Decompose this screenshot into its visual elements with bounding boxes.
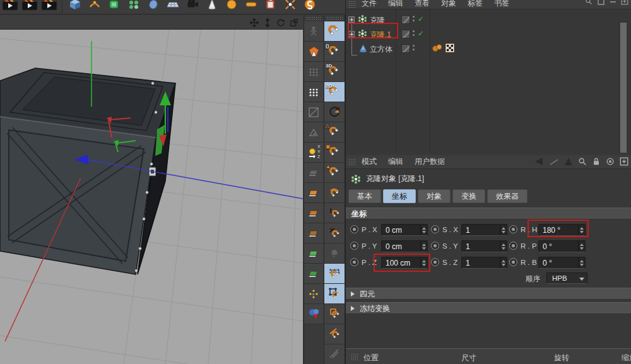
visibility-dots[interactable]	[413, 45, 415, 52]
spinner-py[interactable]	[420, 241, 427, 252]
axis-lock-button[interactable]: x	[304, 284, 323, 304]
shaded-workplane-button[interactable]	[304, 203, 323, 223]
input-py[interactable]: 0 cm	[381, 240, 428, 252]
input-rh[interactable]: 180 °	[538, 224, 586, 236]
menu-objects[interactable]: 对象	[441, 0, 456, 9]
history-forward-icon[interactable]	[564, 157, 573, 166]
floor-object-button[interactable]	[241, 0, 261, 15]
visibility-dots[interactable]	[413, 30, 415, 38]
object-row-cloner[interactable]: 克隆 ✓	[346, 13, 631, 26]
om-addpanel-icon[interactable]	[621, 0, 628, 5]
input-px[interactable]: 0 cm	[381, 224, 428, 236]
input-sx[interactable]: 1	[461, 224, 507, 236]
layer-chip[interactable]	[401, 30, 410, 38]
om-minimize-icon[interactable]	[609, 0, 616, 5]
workplane-bridge-button[interactable]	[304, 223, 323, 244]
snap-2d-button[interactable]: 2D	[324, 82, 345, 102]
plane-y-button[interactable]	[304, 264, 323, 284]
model-mode-button[interactable]	[304, 62, 323, 82]
plane-x-button[interactable]	[304, 244, 323, 264]
workplane-mode-button[interactable]	[304, 163, 323, 183]
menu-user-data[interactable]: 用户数据	[415, 156, 445, 167]
point-mode-button[interactable]	[304, 82, 323, 102]
tab-transform[interactable]: 变换	[452, 189, 485, 203]
cube-primitive-button[interactable]	[65, 0, 85, 15]
enabled-checkmark[interactable]: ✓	[418, 29, 424, 38]
viewport-pan-icon[interactable]	[249, 17, 259, 28]
spinner-rp[interactable]	[578, 241, 585, 252]
viewport-zoom-icon[interactable]	[262, 17, 273, 28]
keyframe-dot-sy[interactable]	[431, 242, 439, 250]
input-sz[interactable]: 1	[461, 257, 507, 269]
spline-pen-button[interactable]	[85, 0, 104, 15]
edge-mode-button[interactable]	[304, 102, 323, 122]
keyframe-dot-rp[interactable]	[509, 242, 517, 250]
tab-basic[interactable]: 基本	[348, 189, 381, 203]
spinner-sx[interactable]	[500, 225, 507, 235]
particle-emitter-button[interactable]	[280, 0, 300, 15]
tab-coordinates[interactable]: 坐标	[383, 189, 416, 203]
spinner-px[interactable]	[420, 225, 427, 235]
xpresso-button[interactable]	[300, 0, 319, 15]
make-editable-button[interactable]	[304, 42, 323, 62]
am-addpanel-icon[interactable]	[620, 157, 628, 166]
lock-icon[interactable]	[592, 157, 601, 166]
axis-snap-button[interactable]	[324, 203, 345, 223]
viewport-rotate-icon[interactable]	[275, 17, 286, 28]
keyframe-dot-pz[interactable]	[350, 258, 358, 266]
object-label-selected[interactable]: 克隆.1	[370, 30, 391, 40]
input-rp[interactable]: 0 °	[538, 240, 586, 252]
om-scrollbar[interactable]	[619, 21, 628, 153]
object-row-cloner-1[interactable]: 克隆.1 ✓	[346, 27, 631, 41]
quantize-rotate-button[interactable]	[324, 102, 345, 122]
guide-line-snap-button[interactable]	[324, 324, 345, 344]
palette-grip[interactable]	[326, 16, 343, 21]
menu-bookmarks[interactable]: 书签	[494, 0, 509, 9]
keyframe-dot-py[interactable]	[350, 242, 358, 250]
polygon-mode-button[interactable]	[304, 122, 323, 143]
subdivision-surface-button[interactable]	[104, 0, 124, 15]
keyframe-dot-sz[interactable]	[431, 258, 439, 266]
keyframe-dot-rh[interactable]	[509, 225, 517, 233]
rotation-order-dropdown[interactable]: HPB	[546, 273, 587, 284]
spinner-sy[interactable]	[500, 241, 507, 252]
layer-chip[interactable]	[401, 15, 410, 24]
menubar-grip[interactable]	[348, 158, 357, 166]
enabled-checkmark[interactable]: ✓	[418, 15, 424, 23]
am-search-icon[interactable]	[578, 157, 587, 166]
spinner-sz[interactable]	[500, 257, 507, 268]
menu-edit[interactable]: 编辑	[388, 0, 403, 9]
spinner-pz[interactable]	[420, 257, 427, 268]
simulation-drop-button[interactable]	[304, 304, 323, 324]
workplane-snap-button[interactable]	[324, 264, 345, 284]
menu-am-edit[interactable]: 编辑	[388, 156, 403, 167]
light-button[interactable]	[202, 0, 221, 15]
dynamic-guide-snap-button[interactable]	[324, 284, 345, 304]
visibility-dots[interactable]	[413, 16, 415, 23]
edge-snap-button[interactable]: ▣	[324, 143, 345, 163]
viewport-layout-toggle-icon[interactable]	[288, 17, 299, 28]
render-region-button[interactable]	[20, 0, 39, 15]
render-settings-panel-button[interactable]	[261, 0, 280, 15]
volume-button[interactable]	[143, 0, 163, 15]
expand-icon[interactable]	[348, 16, 355, 23]
midpoint-snap-button[interactable]	[324, 244, 345, 264]
group-freeze-transform[interactable]: 冻结变换	[346, 302, 631, 314]
menubar-grip[interactable]	[351, 353, 359, 361]
om-filter-icon[interactable]	[597, 0, 604, 5]
menu-file[interactable]: 文件	[362, 0, 377, 9]
guide-snap-button[interactable]	[324, 304, 345, 324]
object-row-cube[interactable]: 立方体	[346, 42, 631, 56]
tab-effectors[interactable]: 效果器	[487, 189, 528, 203]
menu-tags[interactable]: 标签	[468, 0, 483, 9]
auto-snap-button[interactable]: ()	[324, 42, 345, 62]
mograph-cloner-button[interactable]	[124, 0, 143, 15]
floor-sky-button[interactable]	[163, 0, 182, 15]
spinner-rh[interactable]	[578, 225, 585, 235]
tab-object[interactable]: 对象	[418, 189, 451, 203]
locked-workplane-button[interactable]	[304, 183, 323, 203]
keyframe-dot-px[interactable]	[350, 225, 358, 233]
spinner-rb[interactable]	[578, 257, 585, 268]
render-settings-button[interactable]	[39, 0, 59, 15]
object-label[interactable]: 克隆	[370, 15, 385, 26]
